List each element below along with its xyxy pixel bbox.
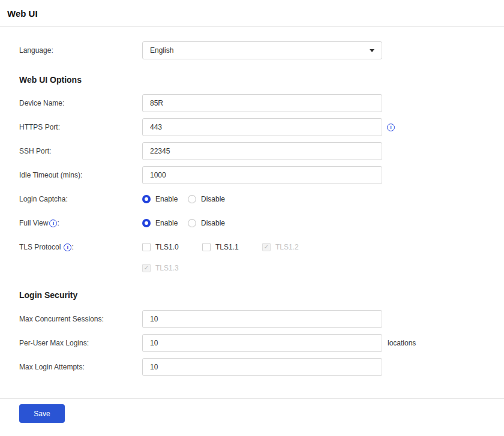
page-title: Web UI bbox=[7, 8, 504, 19]
login-captcha-disable-option[interactable]: Disable bbox=[188, 195, 225, 203]
max-login-attempts-row: Max Login Attempts: bbox=[0, 355, 504, 379]
tls11-checkbox-option[interactable]: TLS1.1 bbox=[202, 235, 262, 259]
checkbox-unchecked-icon[interactable] bbox=[142, 243, 151, 251]
full-view-label: Full View i : bbox=[19, 219, 142, 227]
login-captcha-enable-label: Enable bbox=[155, 195, 178, 203]
max-login-attempts-label: Max Login Attempts: bbox=[19, 363, 142, 371]
device-name-row: Device Name: bbox=[0, 91, 504, 115]
tls-protocol-label-colon: : bbox=[71, 243, 73, 251]
section-heading-webui-options: Web UI Options bbox=[19, 75, 504, 85]
idle-timeout-label: Idle Timeout (mins): bbox=[19, 171, 142, 179]
max-concurrent-sessions-input[interactable] bbox=[142, 310, 382, 328]
ssh-port-label: SSH Port: bbox=[19, 147, 142, 155]
header-divider bbox=[0, 26, 504, 27]
tls13-label: TLS1.3 bbox=[155, 264, 179, 272]
https-port-input[interactable] bbox=[142, 118, 382, 136]
ssh-port-input[interactable] bbox=[142, 142, 382, 160]
tls13-checkbox-option: ✓ TLS1.3 bbox=[142, 259, 202, 277]
full-view-row: Full View i : Enable Disable bbox=[0, 211, 504, 235]
max-login-attempts-input[interactable] bbox=[142, 358, 382, 376]
full-view-enable-option[interactable]: Enable bbox=[142, 219, 188, 227]
tls12-checkbox-option: ✓ TLS1.2 bbox=[262, 235, 322, 259]
full-view-disable-label: Disable bbox=[201, 219, 225, 227]
tls10-checkbox-option[interactable]: TLS1.0 bbox=[142, 235, 202, 259]
checkbox-checked-disabled-icon: ✓ bbox=[142, 264, 151, 272]
checkbox-unchecked-icon[interactable] bbox=[202, 243, 211, 251]
tls12-label: TLS1.2 bbox=[275, 243, 299, 251]
radio-selected-icon[interactable] bbox=[142, 195, 151, 203]
max-concurrent-sessions-label: Max Concurrent Sessions: bbox=[19, 315, 142, 323]
login-captcha-enable-option[interactable]: Enable bbox=[142, 195, 188, 203]
idle-timeout-input[interactable] bbox=[142, 166, 382, 184]
language-row: Language: English bbox=[0, 38, 504, 62]
locations-suffix-label: locations bbox=[388, 339, 416, 347]
save-button[interactable]: Save bbox=[19, 404, 65, 423]
tls-protocol-row: TLS Protocol i : TLS1.0 TLS1.1 ✓ TLS1.2 … bbox=[0, 235, 504, 278]
https-port-info-icon[interactable]: i bbox=[387, 124, 395, 131]
section-heading-login-security: Login Security bbox=[19, 290, 504, 300]
radio-selected-icon[interactable] bbox=[142, 219, 151, 227]
per-user-max-logins-label: Per-User Max Logins: bbox=[19, 339, 142, 347]
full-view-disable-option[interactable]: Disable bbox=[188, 219, 225, 227]
https-port-label: HTTPS Port: bbox=[19, 123, 142, 131]
login-captcha-row: Login Captcha: Enable Disable bbox=[0, 187, 504, 211]
language-label: Language: bbox=[19, 46, 142, 55]
tls-checkbox-group: TLS1.0 TLS1.1 ✓ TLS1.2 ✓ TLS1.3 bbox=[142, 235, 322, 277]
device-name-input[interactable] bbox=[142, 94, 382, 112]
ssh-port-row: SSH Port: bbox=[0, 139, 504, 163]
tls10-label: TLS1.0 bbox=[155, 243, 179, 251]
login-captcha-label: Login Captcha: bbox=[19, 195, 142, 203]
tls11-label: TLS1.1 bbox=[215, 243, 239, 251]
webui-settings-page: Web UI Language: English Web UI Options … bbox=[0, 8, 504, 423]
radio-unselected-icon[interactable] bbox=[188, 219, 196, 227]
full-view-label-colon: : bbox=[57, 219, 59, 227]
tls-protocol-info-icon[interactable]: i bbox=[64, 243, 71, 251]
chevron-down-icon bbox=[370, 49, 374, 52]
max-concurrent-sessions-row: Max Concurrent Sessions: bbox=[0, 307, 504, 331]
per-user-max-logins-row: Per-User Max Logins: locations bbox=[0, 331, 504, 355]
language-selected-value: English bbox=[150, 46, 173, 55]
checkbox-checked-disabled-icon: ✓ bbox=[262, 243, 271, 251]
per-user-max-logins-input[interactable] bbox=[142, 334, 382, 352]
https-port-row: HTTPS Port: i bbox=[0, 115, 504, 139]
radio-unselected-icon[interactable] bbox=[188, 195, 196, 203]
full-view-enable-label: Enable bbox=[155, 219, 178, 227]
idle-timeout-row: Idle Timeout (mins): bbox=[0, 163, 504, 187]
tls-protocol-label: TLS Protocol i : bbox=[19, 235, 142, 259]
full-view-info-icon[interactable]: i bbox=[49, 219, 57, 227]
full-view-label-text: Full View bbox=[19, 219, 48, 227]
login-captcha-disable-label: Disable bbox=[201, 195, 225, 203]
device-name-label: Device Name: bbox=[19, 99, 142, 107]
footer-divider bbox=[0, 398, 504, 399]
language-select[interactable]: English bbox=[142, 41, 382, 59]
tls-protocol-label-text: TLS Protocol bbox=[19, 243, 61, 251]
